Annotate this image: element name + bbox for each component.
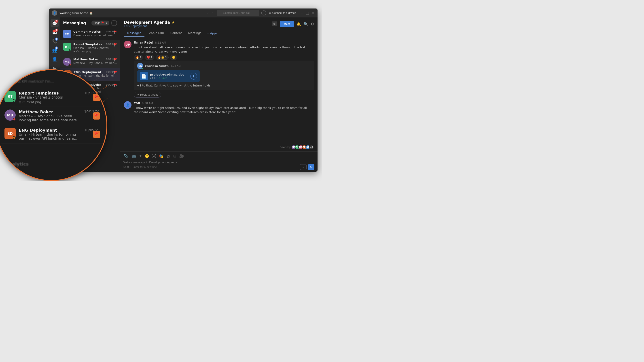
sidebar-item-person[interactable]: 👤 (50, 55, 58, 63)
nav-buttons: ‹ › (206, 11, 215, 15)
file-icon: 📄 (140, 72, 148, 80)
mag-flag-icon: 🚩 (93, 131, 100, 138)
chat-preview: Clarissa - Shared 2 photos (73, 46, 117, 50)
mention-button[interactable]: @ (166, 154, 170, 159)
meet-button[interactable]: Meet (280, 21, 294, 27)
safe-check-icon: ✔ (158, 77, 160, 79)
message-author: Umar Patel (134, 41, 154, 44)
messaging-title: Messaging (63, 21, 86, 25)
chevron-down-icon: ▾ (106, 21, 107, 24)
mag-flag-icon: 🚩 (93, 94, 100, 101)
add-button[interactable]: + (262, 10, 266, 15)
tab-content[interactable]: Content (167, 29, 185, 37)
image-button[interactable]: 🖼 (152, 154, 156, 159)
flag-indicator: 🚩 (114, 30, 118, 34)
file-name: project-roadmap.doc (150, 73, 188, 76)
reaction-fire-clap[interactable]: 🔥👏 3 (156, 55, 168, 60)
reaction-add[interactable]: 😊 (170, 55, 177, 60)
window-controls: ─ □ ✕ (301, 11, 315, 15)
new-chat-button[interactable]: + (111, 20, 117, 26)
input-footer: Shift + Enter for a new line ⌄ ➤ (124, 164, 314, 170)
loop-button[interactable]: ⊞ (173, 153, 177, 159)
reaction-heart[interactable]: ❤️ 1 (145, 55, 154, 60)
format-button[interactable]: 𝐓 (139, 154, 142, 159)
message-author-you: You (134, 101, 140, 105)
status-indicator (69, 64, 71, 66)
chat-header-actions: ⧉ Meet 🔔 🔍 ⚙ (272, 21, 314, 27)
mag-preview-2: looking into some of the data here... (19, 118, 100, 122)
message-header: Umar Patel 8:12 AM (134, 41, 314, 44)
file-attachment: 📄 project-roadmap.doc 24 KB ✔ Safe (137, 70, 200, 82)
chat-name: Report Templates (73, 43, 102, 46)
download-button[interactable]: ⬇ (190, 73, 197, 79)
channel-subtitle: ENG Deployment (124, 24, 175, 28)
reaction-fire[interactable]: 🔥 1 (134, 55, 143, 60)
reply-header: CS Clarissa Smith 8:28 AM (137, 63, 311, 69)
copy-link-button[interactable]: ⧉ (272, 21, 277, 26)
mag-item-eng-deployment: ED ENG Deployment 10/09/21 Umar - Hi tea… (1, 125, 104, 143)
chat-tabs: Messages People (30) Content Meetings + … (124, 29, 314, 37)
sidebar-item-calendar[interactable]: 📅 1 (50, 28, 58, 36)
chat-preview: Matthew - Hey Sonali, I've been looking … (73, 61, 117, 64)
sidebar-item-teams[interactable]: 👥 1 (50, 46, 58, 54)
mag-info: Report Templates 10/13/21 Clarissa - Sha… (19, 91, 100, 104)
chat-info: Report Templates 10/13/21 Clarissa - Sha… (73, 43, 117, 53)
sidebar-item-calls[interactable]: 📞 1 (50, 37, 58, 45)
file-info: project-roadmap.doc 24 KB ✔ Safe (150, 73, 188, 79)
chat-item-report-templates[interactable]: RT Report Templates 10/13/21 Clarissa - … (60, 40, 120, 55)
tab-messages[interactable]: Messages (124, 29, 144, 37)
star-icon: ★ (172, 20, 175, 24)
tab-add-apps[interactable]: + Apps (204, 30, 220, 37)
emoji-button[interactable]: 😊 (144, 153, 150, 159)
send-button[interactable]: ➤ (308, 164, 314, 170)
sticker-button[interactable]: 🎭 (158, 153, 164, 159)
chat-badge: 5 (55, 20, 58, 23)
flag-indicator: 🚩 (114, 84, 118, 87)
message-content: Umar Patel 8:12 AM I think we should all… (134, 41, 314, 98)
back-button[interactable]: ‹ (206, 11, 210, 15)
chat-name: Common Metrics (73, 30, 101, 33)
channel-info: Development Agenda ★ ENG Deployment (124, 20, 175, 28)
meet-input-button[interactable]: 🎥 (179, 153, 184, 159)
message-avatar-you: 👤 (124, 101, 132, 109)
search-input[interactable] (217, 10, 259, 16)
status-indicator (69, 49, 71, 51)
input-hint: Shift + Enter for a new line (124, 166, 157, 168)
tab-people[interactable]: People (30) (144, 29, 167, 37)
channel-name: Development Agenda ★ (124, 20, 175, 24)
mag-item-matthew-baker: MB Matthew Baker 10/11/21 Matthew - Hey … (1, 107, 104, 125)
search-channel-button[interactable]: 🔍 (304, 22, 308, 26)
message-content-you: You 8:30 AM I know we're on tight schedu… (134, 101, 314, 114)
attach-button[interactable]: 📎 (124, 153, 129, 159)
chat-item-common-metrics[interactable]: CM Common Metrics 10/13/21 Darren - can … (60, 28, 120, 40)
message-input[interactable] (124, 161, 314, 164)
seen-avatars: MB CS UP ED SA +2 (292, 145, 314, 150)
notification-button[interactable]: 🔔 (296, 22, 301, 26)
video-button[interactable]: 📹 (131, 153, 136, 159)
mag-avatar-wrapper: MB (4, 109, 16, 121)
maximize-button[interactable]: □ (306, 11, 309, 15)
forward-button[interactable]: › (211, 11, 215, 15)
message-text-you: I know we're on tight schedules, and eve… (134, 106, 314, 114)
message-avatar: UP (124, 41, 132, 48)
seen-by-label: Seen by (280, 146, 291, 149)
mag-preview-2: our first ever API lunch and learn... (19, 137, 100, 141)
chat-info: Common Metrics 10/13/21 Darren - can any… (73, 30, 117, 37)
tab-meetings[interactable]: Meetings (185, 29, 204, 37)
user-avatar: 👤 (52, 10, 57, 16)
connect-device-button[interactable]: 🖥 Connect to a device (268, 11, 296, 14)
minimize-button[interactable]: ─ (301, 11, 303, 15)
blurred-bottom-text: e Analytics (1, 161, 28, 167)
reply-to-thread-button[interactable]: ↩ Reply to thread (134, 92, 161, 98)
file-meta: 24 KB ✔ Safe (150, 77, 188, 79)
flags-button[interactable]: Flags 🚩 ▾ (92, 20, 109, 25)
reply-text: +1 to that. Can't wait to see what the f… (137, 83, 311, 88)
expand-button[interactable]: ⌄ (300, 164, 306, 170)
avatar-wrapper: RT (63, 43, 71, 51)
flag-indicator: 🚩 (114, 58, 118, 61)
avatar-wrapper: CM (63, 30, 71, 38)
settings-channel-button[interactable]: ⚙ (311, 22, 314, 26)
close-button[interactable]: ✕ (312, 11, 315, 15)
sidebar-item-chat[interactable]: 💬 5 (50, 19, 58, 27)
chat-item-matthew-baker[interactable]: MB Matthew Baker 10/11/21 Matthew - Hey … (60, 55, 120, 68)
